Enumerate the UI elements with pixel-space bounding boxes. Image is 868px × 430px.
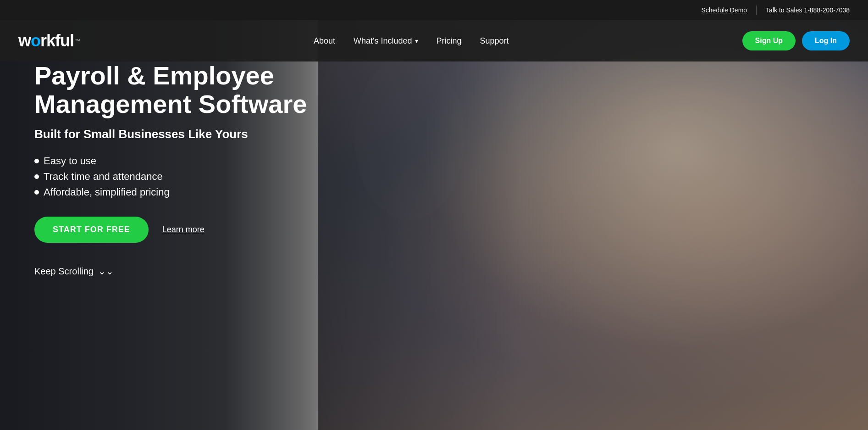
- nav-about[interactable]: About: [314, 36, 335, 46]
- logo[interactable]: workful ™: [18, 31, 80, 50]
- logo-trademark: ™: [75, 38, 80, 44]
- navbar: workful ™ About What's Included ▾ Pricin…: [0, 20, 868, 61]
- nav-pricing[interactable]: Pricing: [437, 36, 462, 46]
- schedule-demo-link[interactable]: Schedule Demo: [701, 6, 747, 14]
- whats-included-chevron-icon: ▾: [415, 37, 418, 45]
- logo-text: workful: [18, 31, 74, 50]
- top-bar-divider: [756, 6, 757, 15]
- top-bar: Schedule Demo Talk to Sales 1-888-200-70…: [0, 0, 868, 20]
- login-button[interactable]: Log In: [802, 31, 850, 50]
- nav-support[interactable]: Support: [480, 36, 509, 46]
- nav-actions: Sign Up Log In: [742, 31, 850, 50]
- talk-to-sales-text: Talk to Sales 1-888-200-7038: [766, 6, 850, 14]
- signup-button[interactable]: Sign Up: [742, 31, 796, 50]
- nav-whats-included[interactable]: What's Included ▾: [354, 36, 418, 46]
- nav-links: About What's Included ▾ Pricing Support: [314, 36, 509, 46]
